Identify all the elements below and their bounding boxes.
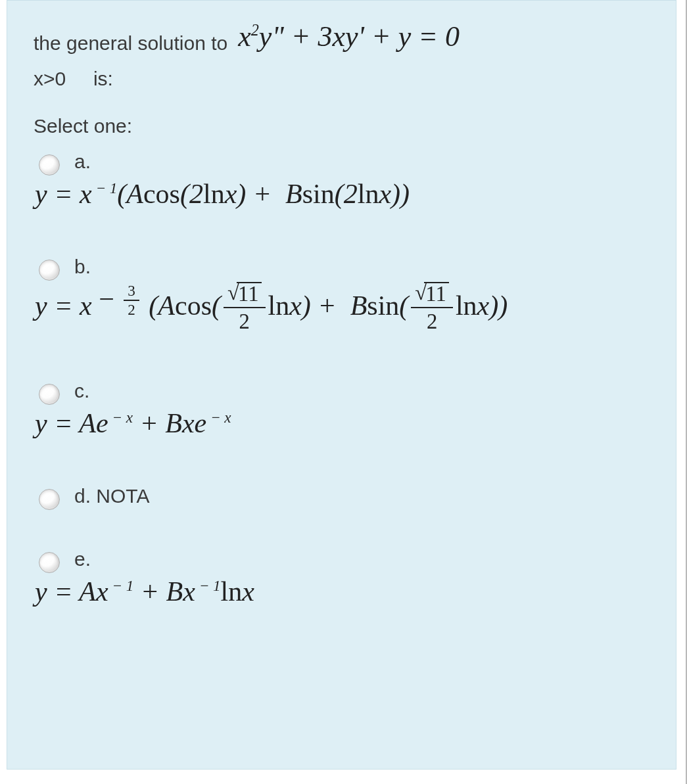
option-a-letter: a. (74, 150, 410, 173)
stem-equation: x2y" + 3xy' + y = 0 (238, 16, 460, 57)
option-c: c. y = Ae − x + Bxe − x (34, 380, 657, 439)
option-d: d. NOTA (34, 485, 657, 513)
option-a-formula: y = x − 1(Acos(2lnx) + Bsin(2lnx)) (35, 178, 410, 210)
page-frame: the general solution to x2y" + 3xy' + y … (0, 0, 687, 784)
radio-a[interactable] (39, 154, 60, 175)
option-b-formula: y = x − 32 (Acos(112lnx) + Bsin(112lnx)) (35, 283, 508, 334)
option-e-letter: e. (74, 548, 254, 570)
stem-condition: x>0 (34, 68, 66, 89)
stem-condition-suffix: is: (93, 68, 113, 89)
option-e-formula: y = Ax − 1 + Bx − 1lnx (35, 576, 254, 607)
radio-b[interactable] (39, 260, 60, 281)
select-one-prompt: Select one: (34, 115, 657, 137)
question-panel: the general solution to x2y" + 3xy' + y … (7, 0, 676, 770)
option-e: e. y = Ax − 1 + Bx − 1lnx (34, 548, 657, 607)
question-stem: the general solution to x2y" + 3xy' + y … (34, 16, 657, 93)
radio-d[interactable] (39, 489, 60, 510)
stem-intro: the general solution to (34, 30, 227, 57)
radio-c[interactable] (39, 384, 60, 405)
option-b: b. y = x − 32 (Acos(112lnx) + Bsin(112ln… (34, 256, 657, 334)
option-c-formula: y = Ae − x + Bxe − x (35, 407, 231, 439)
option-d-letter: d. NOTA (74, 485, 149, 507)
radio-e[interactable] (39, 552, 60, 573)
option-b-letter: b. (74, 256, 508, 278)
option-a: a. y = x − 1(Acos(2lnx) + Bsin(2lnx)) (34, 150, 657, 210)
option-c-letter: c. (74, 380, 231, 402)
